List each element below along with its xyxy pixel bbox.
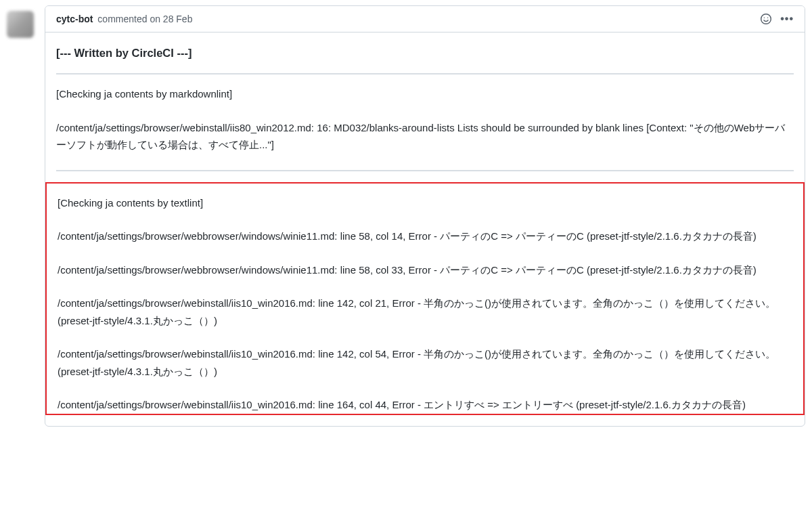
divider xyxy=(56,73,794,74)
smiley-icon[interactable] xyxy=(760,13,772,25)
comment-header: cytc-bot commented on 28 Feb ••• xyxy=(45,6,805,33)
comment-container: cytc-bot commented on 28 Feb ••• [--- Wr… xyxy=(0,0,812,427)
divider xyxy=(56,170,794,171)
comment-box: cytc-bot commented on 28 Feb ••• [--- Wr… xyxy=(45,5,805,427)
avatar[interactable] xyxy=(7,11,34,38)
avatar-column xyxy=(7,5,45,427)
svg-point-0 xyxy=(761,14,771,24)
comment-timestamp[interactable]: commented on 28 Feb xyxy=(95,14,192,24)
svg-point-2 xyxy=(767,18,768,18)
lint-message: /content/ja/settings/browser/webinstall/… xyxy=(58,295,792,329)
kebab-menu-icon[interactable]: ••• xyxy=(780,14,794,24)
section-label-markdownlint: [Checking ja contents by markdownlint] xyxy=(56,85,794,103)
comment-header-actions: ••• xyxy=(760,13,794,25)
svg-point-1 xyxy=(764,18,765,18)
lint-message: /content/ja/settings/browser/webbrowser/… xyxy=(58,261,792,279)
comment-body: [--- Written by CircleCI ---] [Checking … xyxy=(45,33,805,426)
lint-message: /content/ja/settings/browser/webinstall/… xyxy=(58,396,792,414)
lint-message: /content/ja/settings/browser/webinstall/… xyxy=(56,119,794,154)
lint-message: /content/ja/settings/browser/webbrowser/… xyxy=(58,228,792,245)
lint-message: /content/ja/settings/browser/webinstall/… xyxy=(58,345,792,380)
section-label-textlint: [Checking ja contents by textlint] xyxy=(58,194,792,212)
comment-author[interactable]: cytc-bot xyxy=(56,14,93,24)
comment-heading: [--- Written by CircleCI ---] xyxy=(56,43,794,62)
highlighted-region: [Checking ja contents by textlint] /cont… xyxy=(45,182,805,415)
